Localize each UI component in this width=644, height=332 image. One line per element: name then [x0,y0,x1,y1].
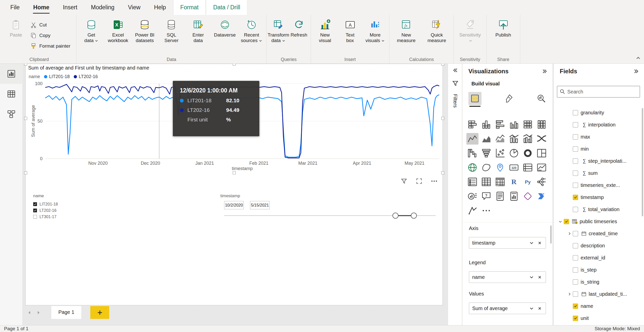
checkbox[interactable] [573,304,578,309]
table-icon[interactable] [480,176,492,188]
model-view-button[interactable] [0,104,23,124]
python-visual-icon[interactable]: Py [522,176,534,188]
page-tab[interactable]: Page 1 [51,306,81,319]
search-input[interactable] [567,89,637,95]
field-external-id[interactable]: external_id [554,252,644,264]
ribbon-button-excel-workbook[interactable]: XExcel workbook [105,17,131,43]
ribbon-button-more-visuals[interactable]: More visuals [363,17,388,43]
checkbox[interactable] [573,171,578,176]
slicer-icon[interactable] [466,176,478,188]
menu-tab-format[interactable]: Format [173,0,206,15]
checkbox[interactable] [573,231,578,236]
stacked-column-chart-icon[interactable] [480,119,492,130]
100-stacked-column-chart-icon[interactable] [536,119,548,130]
remove-field-icon[interactable] [537,305,543,311]
checkbox[interactable] [573,243,578,248]
checkbox[interactable] [33,215,37,219]
checkbox[interactable] [564,219,569,224]
field-name[interactable]: name [554,300,644,312]
field-unit[interactable]: unit [554,312,644,324]
ribbon-chart-icon[interactable] [536,133,548,145]
field-well-legend[interactable]: name [469,271,546,283]
power-apps-icon[interactable] [522,190,534,202]
ribbon-button-get-data[interactable]: Get data [78,17,105,43]
ribbon-button-recent-sources[interactable]: Recent sources [238,17,265,43]
report-view-button[interactable] [0,64,23,84]
ribbon-button-transform-data[interactable]: Transform data [268,17,289,43]
smart-narrative-icon[interactable] [494,190,506,202]
chevron-down-icon[interactable] [529,305,535,311]
ribbon-button-sql-server[interactable]: SQL Server [158,17,185,43]
qa-visual-icon[interactable]: ? [480,190,492,202]
field-interpolation[interactable]: ∑interpolation [554,119,644,131]
checkbox[interactable] [573,110,578,115]
decomposition-tree-icon[interactable] [536,176,548,188]
r-script-visual-icon[interactable]: R [508,176,520,188]
checkbox[interactable] [573,316,578,321]
menu-tab-view[interactable]: View [121,0,147,15]
field-timeseries-exte[interactable]: timeseries_exte... [554,179,644,191]
more-options-icon[interactable] [430,177,438,185]
field-min[interactable]: min [554,143,644,155]
clustered-bar-chart-icon[interactable] [494,119,506,130]
paginated-report-icon[interactable] [508,190,520,202]
collapse-ribbon-button[interactable] [635,55,641,61]
checkbox[interactable] [573,195,578,200]
resize-handle[interactable] [24,171,27,174]
chevron-down-icon[interactable] [529,240,535,246]
chevron-down-icon[interactable] [529,274,535,280]
kpi-icon[interactable] [536,162,548,173]
metrics-icon[interactable] [466,205,478,216]
slicer-item-lt301-17[interactable]: LT301-17 [33,214,58,220]
ribbon-button-copy[interactable]: Copy [28,30,72,41]
expand-pane-icon[interactable] [448,64,462,77]
chevron-right-icon[interactable] [566,231,573,236]
field-created-time[interactable]: created_time [554,227,644,240]
name-slicer[interactable]: name LIT201-18LT202-16LT301-17 [33,193,58,220]
slicer-item-lt202-16[interactable]: LT202-16 [33,207,58,214]
resize-handle[interactable] [233,171,236,174]
next-page-icon[interactable] [36,310,41,315]
checkbox[interactable] [573,134,578,140]
field-is-step[interactable]: is_step [554,264,644,276]
field-granularity[interactable]: granularity [554,107,644,119]
chevron-down-icon[interactable] [557,219,564,224]
filled-map-icon[interactable] [480,162,492,173]
timestamp-end-input[interactable]: 5/15/2021 [250,201,270,209]
100-stacked-bar-chart-icon[interactable] [522,119,534,130]
menu-tab-file[interactable]: File [4,0,26,15]
menu-tab-modeling[interactable]: Modeling [84,0,121,15]
line-chart-icon[interactable] [466,133,478,145]
remove-field-icon[interactable] [537,274,543,280]
treemap-icon[interactable] [536,147,548,159]
ribbon-button-paste[interactable]: Paste [6,17,26,51]
ribbon-button-sensitivity[interactable]: Sensitivity [455,17,485,43]
field-last-updated-ti[interactable]: last_updated_ti... [554,288,644,300]
focus-mode-icon[interactable] [415,177,423,185]
checkbox[interactable] [573,279,578,285]
line-stacked-column-chart-icon[interactable] [508,133,520,145]
filter-icon[interactable] [400,177,408,185]
analytics-tab[interactable] [535,92,548,105]
line-chart-visual[interactable]: Sum of average and First unit by timesta… [26,64,443,173]
field-max[interactable]: max [554,131,644,143]
checkbox[interactable] [573,183,578,188]
area-chart-icon[interactable] [480,133,492,145]
timestamp-slider-handle-right[interactable] [411,213,417,219]
new-page-button[interactable] [90,306,109,319]
donut-chart-icon[interactable] [522,147,534,159]
field-total-variation[interactable]: ∑total_variation [554,203,644,215]
checkbox[interactable] [573,122,578,127]
field-step-interpolati[interactable]: ∑step_interpolati... [554,155,644,167]
menu-tab-help[interactable]: Help [147,0,173,15]
ribbon-button-format-painter[interactable]: Format painter [28,41,72,51]
menu-tab-home[interactable]: Home [26,0,56,15]
checkbox[interactable] [573,267,578,273]
ribbon-button-dataverse[interactable]: Dataverse [212,17,238,38]
field-search[interactable] [557,86,640,97]
ribbon-button-text-box[interactable]: AText box [338,17,363,43]
stacked-bar-chart-icon[interactable] [466,119,478,130]
filter-pane-icon[interactable] [448,77,462,90]
field-well-axis[interactable]: timestamp [469,237,546,249]
field-well-values[interactable]: Sum of average [469,303,546,314]
